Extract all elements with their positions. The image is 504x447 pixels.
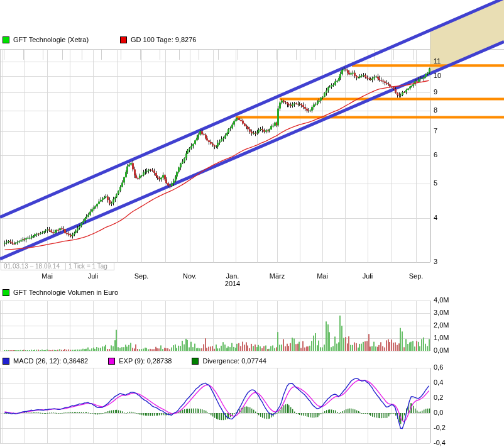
exp-label: EXP (9): 0,28738 bbox=[119, 357, 172, 365]
exp-swatch-icon bbox=[108, 358, 115, 365]
x-axis-month-label: Sep. bbox=[409, 272, 424, 280]
x-axis-month-label: Juli bbox=[363, 272, 373, 280]
price-axis-tick: 9 bbox=[434, 88, 437, 96]
x-axis-month-label: Mai bbox=[317, 272, 328, 280]
macd-axis-tick: 0,4 bbox=[434, 378, 443, 386]
volume-swatch-icon bbox=[3, 289, 9, 296]
macd-label: MACD (26, 12): 0,36482 bbox=[13, 357, 88, 365]
volume-title: GFT Technologie Volumen in Euro bbox=[13, 289, 118, 296]
divergence-label: Divergence: 0,07744 bbox=[202, 357, 266, 365]
price-axis-tick: 7 bbox=[434, 127, 437, 135]
macd-axis-tick: 0,0 bbox=[434, 409, 443, 416]
macd-axis-tick: -0,4 bbox=[434, 439, 446, 446]
tick-unit-cell: 1 Tick = 1 Tag bbox=[65, 262, 114, 270]
volume-axis-tick: 4,0M bbox=[434, 296, 449, 304]
price-axis-tick: 11 bbox=[434, 57, 441, 65]
x-axis-year-label: 2014 bbox=[225, 280, 240, 287]
volume-legend: GFT Technologie Volumen in Euro bbox=[3, 289, 118, 296]
x-axis-month-label: Sep. bbox=[134, 272, 149, 280]
volume-axis-tick: 2,0M bbox=[434, 321, 449, 329]
chart-canvas bbox=[0, 0, 504, 447]
tick-unit-label: 1 Tick = 1 Tag bbox=[68, 263, 107, 270]
x-axis-month-label: Mai bbox=[41, 272, 53, 280]
price-series-label: GFT Technologie (Xetra) bbox=[13, 36, 89, 43]
price-series-swatch-icon bbox=[3, 36, 9, 43]
date-range-cell: 01.03.13 – 18.09.14 bbox=[1, 262, 66, 270]
x-axis-month-label: Nov. bbox=[183, 272, 197, 280]
macd-axis-tick: 0,6 bbox=[434, 363, 443, 371]
price-axis-tick: 4 bbox=[434, 214, 437, 221]
macd-axis-tick: -0,2 bbox=[434, 424, 446, 431]
macd-legend: MACD (26, 12): 0,36482 EXP (9): 0,28738 … bbox=[3, 357, 266, 365]
x-axis-month-label: Juli bbox=[88, 272, 99, 280]
stock-chart: GFT Technologie (Xetra) GD 100 Tage: 9,8… bbox=[0, 0, 504, 447]
price-axis-tick: 6 bbox=[434, 151, 437, 158]
x-axis-month-label: März bbox=[270, 272, 285, 280]
price-legend: GFT Technologie (Xetra) GD 100 Tage: 9,8… bbox=[3, 36, 196, 43]
volume-axis-tick: 3,0M bbox=[434, 309, 449, 316]
gd100-label: GD 100 Tage: 9,8276 bbox=[131, 36, 196, 43]
volume-axis-tick: 1,0M bbox=[434, 334, 449, 341]
volume-axis-tick: 0,0M bbox=[434, 346, 449, 354]
price-axis-tick: 10 bbox=[434, 72, 441, 79]
price-axis-tick: 8 bbox=[434, 106, 437, 114]
divergence-swatch-icon bbox=[192, 358, 199, 365]
macd-swatch-icon bbox=[3, 358, 9, 365]
macd-axis-tick: 0,2 bbox=[434, 394, 443, 401]
gd100-swatch-icon bbox=[120, 36, 127, 43]
x-axis-month-label: Jan. bbox=[226, 272, 239, 280]
price-axis-tick: 5 bbox=[434, 179, 437, 187]
date-range-label: 01.03.13 – 18.09.14 bbox=[4, 263, 60, 270]
price-axis-tick: 3 bbox=[434, 258, 437, 265]
